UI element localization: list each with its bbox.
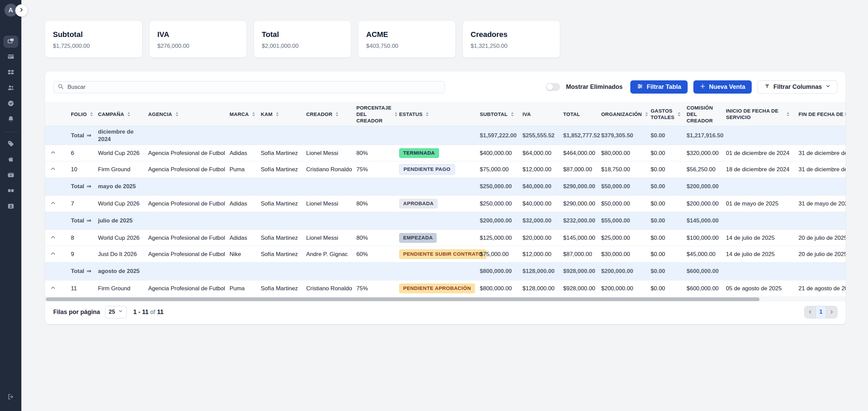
sidebar-expand-button[interactable] (15, 4, 27, 17)
sidebar-item-boards[interactable] (3, 185, 18, 197)
column-header-inicio[interactable]: INICIO DE FECHA DE SERVICIO (722, 103, 794, 126)
sales-icon (7, 37, 15, 46)
column-header-agencia[interactable]: AGENCIA (144, 103, 225, 126)
group-month-cell: agosto de 2025 (94, 262, 144, 280)
column-header-folio[interactable]: FOLIO (67, 103, 94, 126)
filter-table-button[interactable]: Filtrar Tabla (630, 80, 688, 94)
column-header-organizacion[interactable]: ORGANIZACIÓN (597, 103, 647, 126)
column-header-creador[interactable]: CREADOR (302, 103, 352, 126)
previous-page-button[interactable] (805, 306, 815, 318)
sidebar-item-approvals[interactable] (3, 98, 18, 110)
cell-campana: Firm Ground (94, 161, 144, 177)
page-size-select[interactable]: 25 (105, 306, 127, 318)
horizontal-scrollbar-thumb[interactable] (46, 297, 760, 301)
cell-subtotal: $1,597,222.00 (476, 126, 518, 145)
sort-icon[interactable] (425, 112, 430, 117)
row-expander-button[interactable] (49, 233, 57, 242)
row-expander-button[interactable] (49, 165, 57, 174)
cell-iva: $40,000.00 (518, 177, 559, 195)
row-expander-button[interactable] (49, 149, 57, 157)
sort-icon[interactable] (335, 112, 339, 117)
search-input[interactable] (67, 83, 440, 91)
sidebar-item-sales[interactable] (3, 36, 18, 48)
cell-marca (225, 262, 257, 280)
sort-icon[interactable] (89, 112, 94, 117)
sidebar-item-notifications[interactable] (3, 114, 18, 126)
column-label: AGENCIA (148, 111, 172, 118)
sidebar-item-users[interactable] (3, 82, 18, 95)
sort-icon[interactable] (126, 112, 131, 117)
main-content: Subtotal $1,725,000.00 IVA $276,000.00 T… (21, 0, 868, 411)
arrow-right-icon: ⇒ (86, 132, 91, 139)
next-page-button[interactable] (826, 306, 837, 318)
current-page[interactable]: 1 (815, 306, 826, 318)
sidebar-item-tags[interactable] (3, 138, 18, 151)
cell-creador (302, 262, 352, 280)
filter-columns-button[interactable]: Filtrar Columnas (757, 80, 837, 94)
column-header-total[interactable]: TOTAL (559, 103, 597, 126)
show-deleted-label: Mostrar Eliminados (566, 83, 623, 91)
column-header-marca[interactable]: MARCA (225, 103, 257, 126)
sidebar-item-video[interactable] (3, 170, 18, 182)
column-header-kam[interactable]: KAM (257, 103, 302, 126)
status-badge: PENDIENTE SUBIR CONTRATO (399, 249, 487, 259)
status-badge: PENDIENTE APROBACIÓN (399, 283, 475, 293)
cell-marca (225, 212, 257, 230)
row-expander-button[interactable] (49, 284, 57, 293)
cell-gastos: $0.00 (647, 262, 683, 280)
horizontal-scrollbar-track[interactable] (45, 297, 846, 301)
new-sale-button[interactable]: Nueva Venta (693, 80, 752, 94)
cell-comision: $200,000.00 (683, 177, 722, 195)
cell-kam (257, 212, 302, 230)
column-header-iva[interactable]: IVA (518, 103, 559, 126)
row-expander-button[interactable] (49, 199, 57, 208)
cell-expander (45, 161, 67, 177)
column-header-gastos[interactable]: GASTOS TOTALES (647, 103, 683, 126)
sidebar-item-contacts[interactable] (3, 201, 18, 213)
column-header-subtotal[interactable]: SUBTOTAL (476, 103, 518, 126)
sort-icon[interactable] (175, 112, 179, 117)
cell-subtotal: $400,000.00 (476, 145, 518, 161)
column-header-estatus[interactable]: ESTATUS (395, 103, 476, 126)
cell-agencia (144, 212, 225, 230)
column-header-porcentaje[interactable]: PORCENTAJE DEL CREADOR (352, 103, 395, 126)
cell-expander (45, 280, 67, 296)
sidebar-item-payments[interactable] (3, 51, 18, 63)
sort-icon[interactable] (251, 112, 256, 117)
check-circle-icon (7, 100, 15, 109)
video-icon (7, 171, 15, 180)
show-deleted-toggle[interactable] (546, 83, 560, 91)
column-header-fin[interactable]: FIN DE FECHA DE SERVICIO (794, 103, 846, 126)
cell-kam: Sofía Martinez (257, 145, 302, 161)
row-expander-button[interactable] (49, 250, 57, 258)
summary-card-iva: IVA $276,000.00 (150, 21, 246, 58)
cell-estatus (395, 126, 476, 145)
sidebar-divider (4, 132, 18, 132)
sort-icon[interactable] (510, 112, 515, 117)
cell-agencia: Agencia Profesional de Futbol (144, 280, 225, 296)
cell-comision: $600,000.00 (683, 280, 722, 296)
sidebar-item-logout[interactable] (3, 391, 18, 404)
sort-icon[interactable] (786, 112, 790, 117)
row-range: 1 - 11 of 11 (133, 309, 163, 316)
column-header-comision[interactable]: COMISIÓN DEL CREADOR (683, 103, 722, 126)
cell-comision: $1,217,916.50 (683, 126, 722, 145)
sidebar-item-dashboard[interactable] (3, 67, 18, 79)
sort-icon[interactable] (677, 112, 682, 117)
group-total-cell: Total⇒ (67, 262, 94, 280)
cell-porcentaje: 75% (352, 280, 395, 296)
cell-porcentaje: 80% (352, 145, 395, 161)
column-label: COMISIÓN DEL CREADOR (687, 105, 718, 124)
cell-porcentaje (352, 212, 395, 230)
sort-icon[interactable] (394, 112, 398, 117)
column-label: MARCA (230, 111, 249, 118)
sort-icon[interactable] (275, 112, 280, 117)
column-header-campana[interactable]: CAMPAÑA (94, 103, 144, 126)
cell-iva: $32,000.00 (518, 212, 559, 230)
cell-inicio: 18 de diciembre de 2024 (722, 161, 794, 177)
cell-total: $928,000.00 (559, 262, 597, 280)
sort-icon[interactable] (644, 112, 649, 117)
group-total-label: Total (71, 268, 84, 274)
sidebar-item-apple[interactable] (3, 154, 18, 166)
chevron-up-icon (50, 200, 56, 207)
